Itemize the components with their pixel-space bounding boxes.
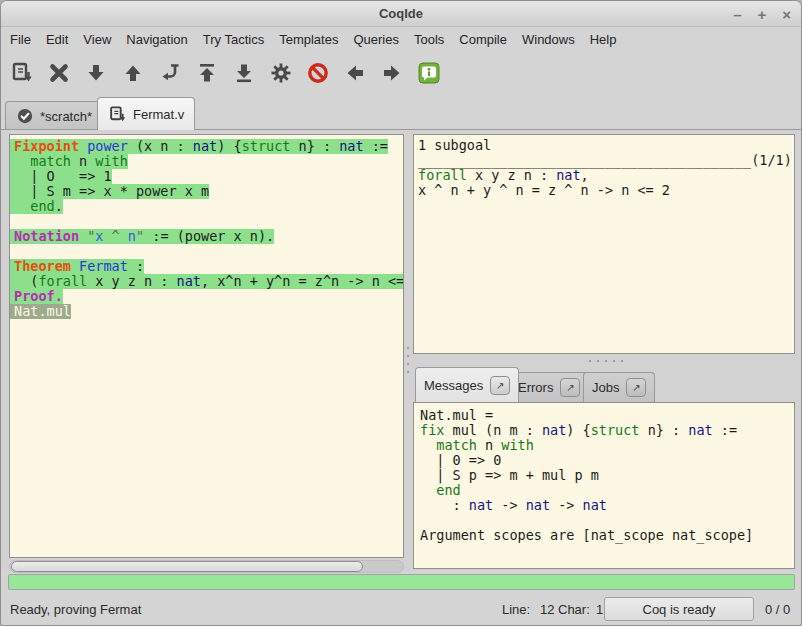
menu-compile[interactable]: Compile — [459, 32, 507, 47]
close-button[interactable]: × — [782, 7, 791, 22]
code-line: match n with — [14, 154, 403, 169]
window-title: CoqIde — [379, 6, 423, 21]
title-bar[interactable]: CoqIde – + × — [1, 1, 801, 27]
hscrollbar-thumb[interactable] — [11, 561, 363, 572]
horizontal-splitter[interactable] — [576, 358, 636, 364]
minimize-button[interactable]: – — [733, 7, 741, 22]
tab-jobs-label: Jobs — [592, 380, 619, 395]
tab-messages-label: Messages — [424, 378, 483, 393]
menu-view[interactable]: View — [83, 32, 111, 47]
progress-bar — [8, 574, 795, 590]
code-line: Proof. — [14, 289, 403, 304]
coqide-window: CoqIde – + × FileEditViewNavigationTry T… — [0, 0, 802, 626]
interrupt-button[interactable] — [304, 59, 332, 87]
about-button[interactable] — [415, 59, 443, 87]
messages-view[interactable]: Nat.mul =fix mul (n m : nat) {struct n} … — [413, 402, 795, 569]
menu-file[interactable]: File — [10, 32, 31, 47]
status-message: Ready, proving Fermat — [10, 602, 141, 617]
vertical-splitter[interactable] — [405, 330, 411, 390]
cancel-x-icon — [47, 61, 71, 85]
backward-one-button[interactable] — [119, 59, 147, 87]
code-line: 1 subgoal — [418, 138, 794, 153]
detach-jobs-button[interactable]: ↗ — [626, 378, 646, 397]
main-area: Fixpoint power (x n : nat) {struct n} : … — [1, 129, 801, 571]
code-line: (forall x y z n : nat, x^n + y^n = z^n -… — [14, 274, 403, 289]
menu-navigation[interactable]: Navigation — [126, 32, 187, 47]
gear-icon — [269, 61, 293, 85]
line-label: Line: — [502, 602, 530, 617]
previous-button[interactable] — [341, 59, 369, 87]
detach-icon: ↗ — [632, 382, 640, 393]
script-editor[interactable]: Fixpoint power (x n : nat) {struct n} : … — [9, 134, 404, 558]
code-line: forall x y z n : nat, — [418, 168, 794, 183]
next-button[interactable] — [378, 59, 406, 87]
fully-check-button[interactable] — [267, 59, 295, 87]
curved-arrow-icon — [158, 61, 182, 85]
code-line: fix mul (n m : nat) {struct n} : nat := — [420, 423, 794, 438]
code-line: : nat -> nat -> nat — [420, 498, 794, 513]
coq-state-indicator: Coq is ready — [604, 597, 754, 621]
detach-icon: ↗ — [496, 380, 504, 391]
char-value: 1 — [596, 602, 603, 617]
menu-templates[interactable]: Templates — [279, 32, 338, 47]
status-bar: Ready, proving Fermat Line: 12 Char: 1 C… — [1, 593, 801, 625]
code-line: Theorem Fermat : — [14, 259, 403, 274]
menu-tools[interactable]: Tools — [414, 32, 444, 47]
code-line: Nat.mul = — [420, 408, 794, 423]
line-value: 12 — [540, 602, 554, 617]
tab-fermat[interactable]: Fermat.v — [97, 97, 195, 130]
info-bubble-icon — [417, 61, 441, 85]
forward-one-button[interactable] — [82, 59, 110, 87]
job-counter: 0 / 0 — [765, 602, 790, 617]
maximize-button[interactable]: + — [757, 7, 766, 22]
go-to-cursor-button[interactable] — [156, 59, 184, 87]
code-line: x ^ n + y ^ n = z ^ n -> n <= 2 — [418, 183, 794, 198]
code-line: | O => 1 — [14, 169, 403, 184]
menu-windows[interactable]: Windows — [522, 32, 575, 47]
goals-view[interactable]: 1 subgoal_______________________________… — [413, 134, 795, 354]
detach-errors-button[interactable]: ↗ — [560, 378, 580, 397]
menu-try-tactics[interactable]: Try Tactics — [203, 32, 264, 47]
code-line: | 0 => 0 — [420, 453, 794, 468]
editor-tab-row: *scratch* Fermat.v — [1, 95, 801, 130]
code-line: match n with — [420, 438, 794, 453]
arrow-down-icon — [84, 61, 108, 85]
code-line: Notation "x ^ n" := (power x n). — [14, 229, 403, 244]
code-line: Nat.mul — [14, 304, 403, 319]
menu-edit[interactable]: Edit — [46, 32, 68, 47]
go-to-start-icon — [195, 61, 219, 85]
go-to-end-icon — [232, 61, 256, 85]
code-line — [420, 513, 794, 528]
tab-scratch[interactable]: *scratch* — [5, 101, 103, 130]
code-line: | S p => m + mul p m — [420, 468, 794, 483]
code-line: | S m => x * power x m — [14, 184, 403, 199]
code-line: end — [420, 483, 794, 498]
editor-hscrollbar[interactable] — [9, 560, 404, 573]
check-circle-icon — [16, 107, 34, 125]
tab-fermat-label: Fermat.v — [133, 107, 184, 122]
char-label: Char: — [558, 602, 590, 617]
code-line — [14, 214, 403, 229]
code-line: end. — [14, 199, 403, 214]
save-button[interactable] — [8, 59, 36, 87]
detach-messages-button[interactable]: ↗ — [490, 376, 510, 395]
save-icon — [10, 61, 34, 85]
arrow-right-icon — [380, 61, 404, 85]
document-save-icon — [108, 105, 127, 124]
code-line: ________________________________________… — [418, 153, 794, 168]
arrow-left-icon — [343, 61, 367, 85]
code-line: Argument scopes are [nat_scope nat_scope… — [420, 528, 794, 543]
code-line — [14, 244, 403, 259]
tab-messages[interactable]: Messages ↗ — [415, 367, 519, 402]
tab-jobs[interactable]: Jobs ↗ — [583, 372, 655, 402]
menu-queries[interactable]: Queries — [353, 32, 399, 47]
go-to-end-button[interactable] — [230, 59, 258, 87]
cancel-button[interactable] — [45, 59, 73, 87]
code-line: Fixpoint power (x n : nat) {struct n} : … — [14, 139, 403, 154]
restart-button[interactable] — [193, 59, 221, 87]
no-entry-icon — [306, 61, 330, 85]
tab-errors[interactable]: Errors ↗ — [509, 372, 589, 402]
tab-scratch-label: *scratch* — [40, 109, 92, 124]
menu-help[interactable]: Help — [590, 32, 617, 47]
menu-bar: FileEditViewNavigationTry TacticsTemplat… — [1, 27, 801, 51]
